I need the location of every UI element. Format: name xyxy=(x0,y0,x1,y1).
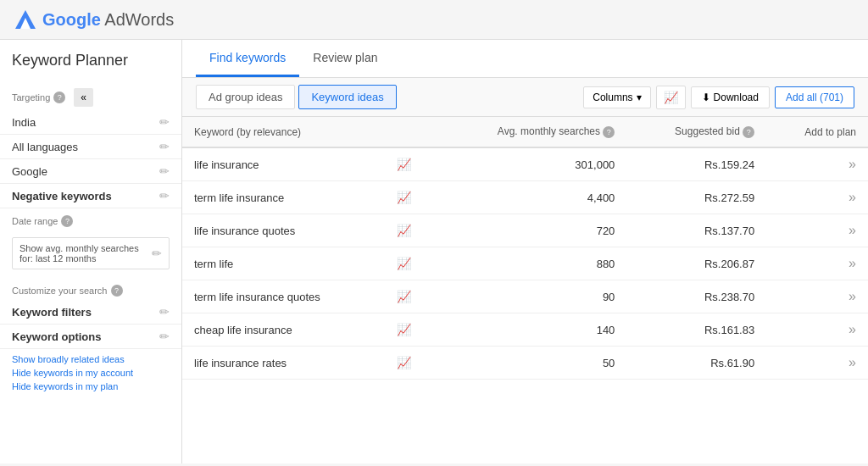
sidebar: Keyword Planner Targeting ? « India ✏ Al… xyxy=(0,40,182,463)
add-to-plan-cell[interactable]: » xyxy=(766,347,868,380)
chart-cell[interactable]: 📈 xyxy=(385,247,437,280)
keyword-filters-edit-icon[interactable]: ✏ xyxy=(159,305,170,319)
suggested-bid-cell: Rs.272.59 xyxy=(626,181,766,214)
avg-monthly-cell: 301,000 xyxy=(437,147,627,181)
date-range-help-icon[interactable]: ? xyxy=(61,215,73,227)
hide-keywords-account-link[interactable]: Hide keywords in my account xyxy=(12,366,170,380)
table-row: life insurance 📈 301,000 Rs.159.24 » xyxy=(182,147,868,181)
add-arrow-icon[interactable]: » xyxy=(849,322,856,336)
date-range-edit-icon[interactable]: ✏ xyxy=(152,247,162,260)
date-range-box[interactable]: Show avg. monthly searches for: last 12 … xyxy=(12,237,170,269)
sub-tabs-bar: Ad group ideas Keyword ideas Columns ▾ 📈… xyxy=(182,78,868,117)
keyword-options-sub-links: Show broadly related ideas Hide keywords… xyxy=(0,349,181,400)
targeting-item-languages[interactable]: All languages ✏ xyxy=(0,135,181,159)
keyword-cell: term life insurance quotes xyxy=(182,280,385,313)
keyword-options-item[interactable]: Keyword options ✏ xyxy=(0,325,181,349)
customize-label: Customize your search ? xyxy=(0,278,181,300)
google-edit-icon[interactable]: ✏ xyxy=(159,164,170,178)
chart-link[interactable]: 📈 xyxy=(397,191,411,204)
suggested-bid-help-icon[interactable]: ? xyxy=(743,126,754,138)
add-arrow-icon[interactable]: » xyxy=(849,355,856,369)
tab-find-keywords[interactable]: Find keywords xyxy=(196,41,299,77)
top-tabs: Find keywords Review plan xyxy=(182,40,868,78)
chart-cell[interactable]: 📈 xyxy=(385,181,437,214)
chart-cell[interactable]: 📈 xyxy=(385,214,437,247)
logo-icon xyxy=(14,8,37,31)
chart-link[interactable]: 📈 xyxy=(397,257,411,270)
table-row: cheap life insurance 📈 140 Rs.161.83 » xyxy=(182,313,868,347)
toolbar-right: Columns ▾ 📈 ⬇ Download Add all (701) xyxy=(583,86,854,109)
avg-monthly-cell: 50 xyxy=(437,347,627,380)
suggested-bid-cell: Rs.61.90 xyxy=(626,347,766,380)
add-all-button[interactable]: Add all (701) xyxy=(775,86,854,108)
chart-cell[interactable]: 📈 xyxy=(385,147,437,181)
targeting-help-icon[interactable]: ? xyxy=(53,92,65,103)
keyword-options-edit-icon[interactable]: ✏ xyxy=(159,330,170,343)
add-arrow-icon[interactable]: » xyxy=(849,289,856,303)
add-to-plan-cell[interactable]: » xyxy=(766,214,868,247)
chart-cell[interactable]: 📈 xyxy=(385,280,437,313)
sub-tab-keyword-ideas[interactable]: Keyword ideas xyxy=(298,85,396,109)
chart-link[interactable]: 📈 xyxy=(397,290,411,303)
table-row: life insurance quotes 📈 720 Rs.137.70 » xyxy=(182,214,868,247)
hide-keywords-plan-link[interactable]: Hide keywords in my plan xyxy=(12,380,170,393)
th-suggested-bid: Suggested bid ? xyxy=(626,117,766,147)
keyword-cell: term life xyxy=(182,247,385,280)
show-broadly-related-link[interactable]: Show broadly related ideas xyxy=(12,352,170,366)
columns-chevron-icon: ▾ xyxy=(637,92,642,103)
keyword-cell: life insurance rates xyxy=(182,347,385,380)
add-to-plan-cell[interactable]: » xyxy=(766,181,868,214)
add-to-plan-cell[interactable]: » xyxy=(766,280,868,313)
chart-link[interactable]: 📈 xyxy=(397,323,411,336)
table-header-row: Keyword (by relevance) Avg. monthly sear… xyxy=(182,117,868,147)
chart-button[interactable]: 📈 xyxy=(656,86,686,109)
customize-help-icon[interactable]: ? xyxy=(111,285,123,297)
avg-monthly-cell: 880 xyxy=(437,247,627,280)
add-arrow-icon[interactable]: » xyxy=(849,223,856,237)
content-area: Find keywords Review plan Ad group ideas… xyxy=(182,40,868,463)
chart-link[interactable]: 📈 xyxy=(397,224,411,237)
download-button[interactable]: ⬇ Download xyxy=(691,86,770,108)
suggested-bid-cell: Rs.161.83 xyxy=(626,313,766,347)
table-row: term life insurance quotes 📈 90 Rs.238.7… xyxy=(182,280,868,313)
suggested-bid-cell: Rs.159.24 xyxy=(626,147,766,181)
targeting-label: Targeting ? « xyxy=(0,81,181,110)
add-to-plan-cell[interactable]: » xyxy=(766,313,868,347)
tab-review-plan[interactable]: Review plan xyxy=(299,41,391,77)
avg-monthly-help-icon[interactable]: ? xyxy=(603,126,615,138)
targeting-item-india[interactable]: India ✏ xyxy=(0,110,181,135)
keyword-table-container: Keyword (by relevance) Avg. monthly sear… xyxy=(182,117,868,463)
add-arrow-icon[interactable]: » xyxy=(849,256,856,270)
avg-monthly-cell: 90 xyxy=(437,280,627,313)
chart-link[interactable]: 📈 xyxy=(397,158,411,171)
add-to-plan-cell[interactable]: » xyxy=(766,147,868,181)
targeting-item-negative-keywords[interactable]: Negative keywords ✏ xyxy=(0,184,181,208)
sub-tab-ad-group-ideas[interactable]: Ad group ideas xyxy=(196,85,295,109)
languages-edit-icon[interactable]: ✏ xyxy=(159,140,170,153)
add-arrow-icon[interactable]: » xyxy=(849,190,856,204)
india-edit-icon[interactable]: ✏ xyxy=(159,115,170,129)
add-to-plan-cell[interactable]: » xyxy=(766,247,868,280)
date-range-label: Date range ? xyxy=(0,208,181,230)
keyword-cell: term life insurance xyxy=(182,181,385,214)
chart-link[interactable]: 📈 xyxy=(397,356,411,369)
targeting-collapse-btn[interactable]: « xyxy=(74,88,93,107)
add-arrow-icon[interactable]: » xyxy=(849,157,856,171)
keyword-cell: cheap life insurance xyxy=(182,313,385,347)
logo: Google AdWords xyxy=(14,8,174,31)
targeting-item-google[interactable]: Google ✏ xyxy=(0,159,181,184)
suggested-bid-cell: Rs.206.87 xyxy=(626,247,766,280)
th-avg-monthly: Avg. monthly searches ? xyxy=(437,117,627,147)
columns-button[interactable]: Columns ▾ xyxy=(583,86,650,108)
chart-cell[interactable]: 📈 xyxy=(385,347,437,380)
suggested-bid-cell: Rs.137.70 xyxy=(626,214,766,247)
app-header: Google AdWords xyxy=(0,0,868,40)
chart-cell[interactable]: 📈 xyxy=(385,313,437,347)
th-add-to-plan: Add to plan xyxy=(766,117,868,147)
th-keyword: Keyword (by relevance) xyxy=(182,117,385,147)
keyword-filters-item[interactable]: Keyword filters ✏ xyxy=(0,300,181,325)
negative-keywords-edit-icon[interactable]: ✏ xyxy=(159,189,170,202)
avg-monthly-cell: 140 xyxy=(437,313,627,347)
main-layout: Keyword Planner Targeting ? « India ✏ Al… xyxy=(0,40,868,463)
download-icon: ⬇ xyxy=(702,92,710,103)
